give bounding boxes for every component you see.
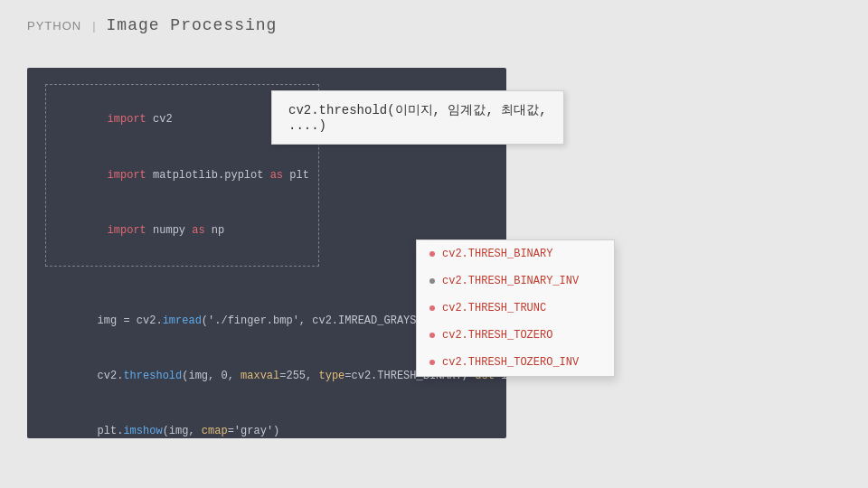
autocomplete-label-4: cv2.THRESH_TOZERO_INV: [442, 354, 579, 371]
tooltip-text-2: ....): [288, 118, 547, 133]
autocomplete-dot-3: [429, 333, 435, 338]
autocomplete-item-4[interactable]: cv2.THRESH_TOZERO_INV: [417, 349, 614, 376]
code-line-3: import numpy as np: [55, 202, 309, 258]
autocomplete-label-2: cv2.THRESH_TRUNC: [442, 300, 546, 316]
autocomplete-item-0[interactable]: cv2.THRESH_BINARY: [417, 240, 614, 267]
autocomplete-dot-1: [429, 278, 435, 284]
page-title: Image Processing: [107, 16, 278, 34]
autocomplete-item-2[interactable]: cv2.THRESH_TRUNC: [417, 295, 614, 322]
code-line-7: plt.imshow(img, cmap='gray'): [45, 404, 488, 438]
autocomplete-dot-0: [429, 251, 435, 257]
autocomplete-dot-2: [429, 305, 435, 311]
autocomplete-item-1[interactable]: cv2.THRESH_BINARY_INV: [417, 267, 614, 295]
tooltip-text-1: cv2.threshold(이미지, 임계값, 최대값,: [288, 102, 547, 118]
autocomplete-item-3[interactable]: cv2.THRESH_TOZERO: [417, 322, 614, 349]
autocomplete-dot-4: [429, 360, 435, 365]
autocomplete-dropdown[interactable]: cv2.THRESH_BINARY cv2.THRESH_BINARY_INV …: [416, 239, 615, 377]
autocomplete-label-0: cv2.THRESH_BINARY: [442, 246, 552, 262]
page-container: PYTHON | Image Processing import cv2 imp…: [0, 0, 868, 488]
header: PYTHON | Image Processing: [0, 0, 868, 43]
code-line-2: import matplotlib.pyplot as plt: [55, 147, 309, 202]
threshold-tooltip: cv2.threshold(이미지, 임계값, 최대값, ....): [271, 90, 564, 145]
autocomplete-label-1: cv2.THRESH_BINARY_INV: [442, 273, 579, 289]
header-python-label: PYTHON: [27, 19, 81, 33]
header-divider: |: [92, 19, 95, 33]
autocomplete-label-3: cv2.THRESH_TOZERO: [442, 327, 552, 343]
